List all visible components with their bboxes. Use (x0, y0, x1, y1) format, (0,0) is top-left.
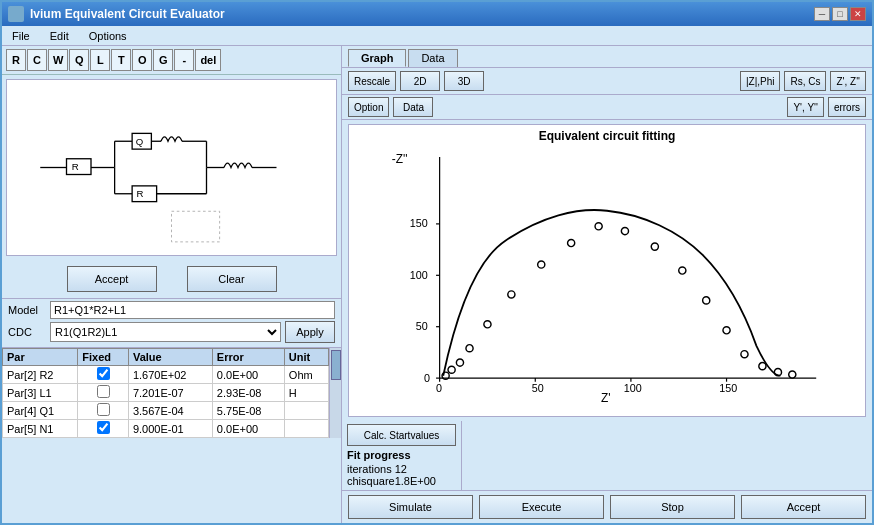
btn-2d[interactable]: 2D (400, 71, 440, 91)
cell-fixed (78, 366, 129, 384)
title-bar-controls: ─ □ ✕ (814, 7, 866, 21)
circuit-btn-T[interactable]: T (111, 49, 131, 71)
close-button[interactable]: ✕ (850, 7, 866, 21)
cell-fixed (78, 384, 129, 402)
menu-options[interactable]: Options (85, 29, 131, 43)
table-row: Par[3] L17.201E-072.93E-08H (3, 384, 329, 402)
table-row: Par[2] R21.670E+020.0E+00Ohm (3, 366, 329, 384)
main-window: Ivium Equivalent Circuit Evaluator ─ □ ✕… (0, 0, 874, 525)
iterations-label: iterations 12 (347, 463, 456, 475)
cell-unit (284, 402, 328, 420)
cell-value: 9.000E-01 (128, 420, 212, 438)
right-panel: Graph Data Rescale 2D 3D |Z|,Phi Rs, Cs … (342, 46, 872, 523)
circuit-btn-O[interactable]: O (132, 49, 152, 71)
circuit-canvas[interactable]: R Q (6, 79, 337, 256)
tab-data[interactable]: Data (408, 49, 457, 67)
right-bottom-section: Calc. Startvalues Fit progress iteration… (342, 421, 872, 490)
fixed-checkbox[interactable] (97, 421, 110, 434)
table-scrollbar[interactable] (329, 348, 341, 438)
model-row: Model (8, 301, 335, 319)
option-button[interactable]: Option (348, 97, 389, 117)
bottom-accept-button[interactable]: Accept (741, 495, 866, 519)
cdc-select[interactable]: R1(Q1R2)L1 (50, 322, 281, 342)
fixed-checkbox[interactable] (97, 385, 110, 398)
graph-area: Equivalent circuit fitting -Z'' 0 50 100 (348, 124, 866, 417)
title-bar: Ivium Equivalent Circuit Evaluator ─ □ ✕ (2, 2, 872, 26)
col-unit: Unit (284, 349, 328, 366)
circuit-btn-R[interactable]: R (6, 49, 26, 71)
svg-point-42 (456, 359, 463, 366)
circuit-btn-dash[interactable]: - (174, 49, 194, 71)
svg-point-49 (621, 227, 628, 234)
window-title: Ivium Equivalent Circuit Evaluator (30, 7, 225, 21)
svg-text:100: 100 (410, 269, 428, 281)
graph-title: Equivalent circuit fitting (349, 125, 865, 145)
execute-button[interactable]: Execute (479, 495, 604, 519)
simulate-button[interactable]: Simulate (348, 495, 473, 519)
maximize-button[interactable]: □ (832, 7, 848, 21)
circuit-btn-del[interactable]: del (195, 49, 221, 71)
cell-par: Par[2] R2 (3, 366, 78, 384)
table-scroll[interactable]: Par Fixed Value Error Unit Par[2] R21.67… (2, 348, 329, 438)
cdc-label: CDC (8, 326, 46, 338)
svg-text:150: 150 (410, 217, 428, 229)
col-par: Par (3, 349, 78, 366)
graph-toolbar-1: Rescale 2D 3D |Z|,Phi Rs, Cs Z', Z'' (342, 68, 872, 95)
model-input[interactable] (50, 301, 335, 319)
fixed-checkbox[interactable] (97, 403, 110, 416)
abs-phi-button[interactable]: |Z|,Phi (740, 71, 781, 91)
data-button[interactable]: Data (393, 97, 433, 117)
fit-progress-label: Fit progress (347, 449, 456, 461)
menu-edit[interactable]: Edit (46, 29, 73, 43)
errors-button[interactable]: errors (828, 97, 866, 117)
y-prime-button[interactable]: Y', Y'' (787, 97, 823, 117)
svg-text:Q: Q (136, 136, 144, 147)
cell-unit: Ohm (284, 366, 328, 384)
model-label: Model (8, 304, 46, 316)
title-bar-left: Ivium Equivalent Circuit Evaluator (8, 6, 225, 22)
circuit-btn-W[interactable]: W (48, 49, 68, 71)
svg-point-51 (679, 267, 686, 274)
circuit-btn-Q[interactable]: Q (69, 49, 89, 71)
params-table: Par Fixed Value Error Unit Par[2] R21.67… (2, 348, 329, 438)
cell-value: 7.201E-07 (128, 384, 212, 402)
cell-error: 5.75E-08 (212, 402, 284, 420)
svg-text:150: 150 (719, 382, 737, 394)
accept-button[interactable]: Accept (67, 266, 157, 292)
svg-text:50: 50 (532, 382, 544, 394)
svg-text:-Z'': -Z'' (392, 152, 408, 166)
bottom-buttons: Simulate Execute Stop Accept (342, 490, 872, 523)
fixed-checkbox[interactable] (97, 367, 110, 380)
params-section: Par Fixed Value Error Unit Par[2] R21.67… (2, 347, 341, 523)
col-value: Value (128, 349, 212, 366)
svg-point-47 (568, 239, 575, 246)
rs-cs-button[interactable]: Rs, Cs (784, 71, 826, 91)
z-prime-button[interactable]: Z', Z'' (830, 71, 866, 91)
circuit-btn-G[interactable]: G (153, 49, 173, 71)
svg-point-46 (538, 261, 545, 268)
svg-text:50: 50 (416, 320, 428, 332)
menu-file[interactable]: File (8, 29, 34, 43)
cdc-row: CDC R1(Q1R2)L1 Apply (8, 321, 335, 343)
graph-toolbar-2: Option Data Y', Y'' errors (342, 95, 872, 120)
cell-unit (284, 420, 328, 438)
graph-svg: -Z'' 0 50 100 150 Z' (349, 145, 865, 408)
rescale-button[interactable]: Rescale (348, 71, 396, 91)
calc-section: Calc. Startvalues Fit progress iteration… (342, 421, 462, 490)
cell-par: Par[5] N1 (3, 420, 78, 438)
stop-button[interactable]: Stop (610, 495, 735, 519)
action-buttons: Accept Clear (2, 260, 341, 298)
btn-3d[interactable]: 3D (444, 71, 484, 91)
tabs-row: Graph Data (342, 46, 872, 68)
cell-error: 0.0E+00 (212, 366, 284, 384)
calc-startvalues-button[interactable]: Calc. Startvalues (347, 424, 456, 446)
minimize-button[interactable]: ─ (814, 7, 830, 21)
scroll-thumb[interactable] (331, 350, 341, 380)
tab-graph[interactable]: Graph (348, 49, 406, 67)
circuit-btn-C[interactable]: C (27, 49, 47, 71)
apply-button[interactable]: Apply (285, 321, 335, 343)
cell-error: 2.93E-08 (212, 384, 284, 402)
cell-fixed (78, 402, 129, 420)
circuit-btn-L[interactable]: L (90, 49, 110, 71)
clear-button[interactable]: Clear (187, 266, 277, 292)
